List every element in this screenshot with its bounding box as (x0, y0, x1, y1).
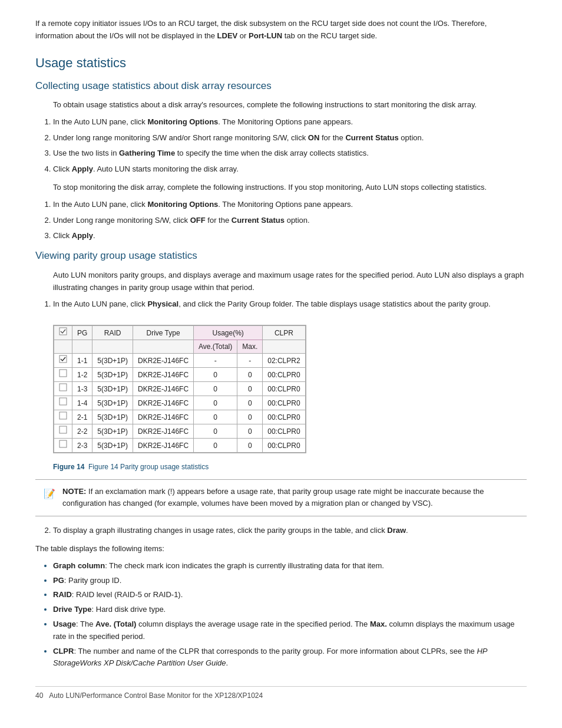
table-row: 2-2 5(3D+1P) DKR2E-J146FC 0 0 00:CLPR0 (54, 424, 306, 439)
bullet-usage: Usage: The Ave. (Total) column displays … (53, 618, 527, 643)
table-row: 1-4 5(3D+1P) DKR2E-J146FC 0 0 00:CLPR0 (54, 396, 306, 410)
row-1-2-max: 0 (237, 368, 263, 382)
col-header-usage-group: Usage(%) (194, 326, 263, 340)
row-2-1-clpr: 00:CLPR0 (263, 410, 305, 424)
row-2-2-ave: 0 (194, 424, 237, 439)
row-1-1-icon (54, 354, 72, 368)
step-start-1: In the Auto LUN pane, click Monitoring O… (53, 116, 527, 129)
step-start-2: Under long range monitoring S/W and/or S… (53, 132, 527, 144)
bullet-raid: RAID: RAID level (RAID-5 or RAID-1). (53, 589, 527, 601)
row-1-1-max: - (237, 354, 263, 368)
bullet-clpr: CLPR: The number and name of the CLPR th… (53, 645, 527, 670)
steps-start: In the Auto LUN pane, click Monitoring O… (35, 116, 527, 176)
row-2-3-icon (54, 439, 72, 453)
row-1-4-raid: 5(3D+1P) (92, 396, 133, 410)
bullet-list: Graph column: The check mark icon indica… (35, 560, 527, 670)
note-label: NOTE: (62, 487, 86, 496)
col-header-raid: RAID (92, 326, 133, 340)
step-stop-3: Click Apply. (53, 230, 527, 242)
col-subheader-max: Max. (237, 340, 263, 354)
row-1-2-drive: DKR2E-J146FC (133, 368, 194, 382)
svg-rect-7 (59, 440, 67, 447)
table-row: 1-2 5(3D+1P) DKR2E-J146FC 0 0 00:CLPR0 (54, 368, 306, 382)
bullet-pg: PG: Parity group ID. (53, 575, 527, 587)
section-title-usage: Usage statistics (35, 53, 527, 73)
step-stop-2: Under Long range monitoring S/W, click O… (53, 215, 527, 227)
table-row: 1-1 5(3D+1P) DKR2E-J146FC - - 02:CLPR2 (54, 354, 306, 368)
note-text: If an exclamation mark (!) appears befor… (62, 487, 484, 508)
footer-text: Auto LUN/Performance Control Base Monito… (49, 690, 263, 701)
parity-group-table-container: PG RAID Drive Type Usage(%) CLPR Ave.(To… (53, 325, 306, 453)
row-1-1-clpr: 02:CLPR2 (263, 354, 305, 368)
table-row: 1-3 5(3D+1P) DKR2E-J146FC 0 0 00:CLPR0 (54, 382, 306, 396)
row-2-2-drive: DKR2E-J146FC (133, 424, 194, 439)
row-1-2-raid: 5(3D+1P) (92, 368, 133, 382)
row-1-1-drive: DKR2E-J146FC (133, 354, 194, 368)
row-1-1-ave: - (194, 354, 237, 368)
parity-group-table: PG RAID Drive Type Usage(%) CLPR Ave.(To… (54, 325, 306, 453)
row-2-3-clpr: 00:CLPR0 (263, 439, 305, 453)
col-subheader-ave: Ave.(Total) (194, 340, 237, 354)
note-box: 📝 NOTE: If an exclamation mark (!) appea… (35, 479, 527, 517)
row-2-3-ave: 0 (194, 439, 237, 453)
viewing-steps: In the Auto LUN pane, click Physical, an… (35, 298, 527, 311)
figure-caption: Figure 14 Figure 14 Parity group usage s… (53, 462, 527, 472)
stop-intro: To stop monitoring the disk array, compl… (35, 182, 527, 194)
row-1-2-ave: 0 (194, 368, 237, 382)
page-footer: 40 Auto LUN/Performance Control Base Mon… (35, 686, 527, 701)
svg-rect-4 (59, 398, 67, 405)
col-header-drive: Drive Type (133, 326, 194, 340)
row-1-3-icon (54, 382, 72, 396)
row-2-2-pg: 2-2 (72, 424, 92, 439)
row-1-4-clpr: 00:CLPR0 (263, 396, 305, 410)
subsection-title-viewing: Viewing parity group usage statistics (35, 248, 527, 263)
table-row: 2-3 5(3D+1P) DKR2E-J146FC 0 0 00:CLPR0 (54, 439, 306, 453)
row-2-1-drive: DKR2E-J146FC (133, 410, 194, 424)
bullet-drive-type: Drive Type: Hard disk drive type. (53, 604, 527, 616)
viewing-step-2: To display a graph illustrating changes … (53, 525, 527, 537)
row-2-1-max: 0 (237, 410, 263, 424)
col-subheader-pg (72, 340, 92, 354)
row-2-3-max: 0 (237, 439, 263, 453)
svg-rect-6 (59, 426, 67, 433)
row-1-4-ave: 0 (194, 396, 237, 410)
svg-rect-2 (59, 370, 67, 377)
row-2-1-raid: 5(3D+1P) (92, 410, 133, 424)
figure-label: Figure 14 (53, 463, 84, 471)
subsection-title-collecting: Collecting usage statistics about disk a… (35, 78, 527, 94)
row-2-1-ave: 0 (194, 410, 237, 424)
step-start-3: Use the two lists in Gathering Time to s… (53, 147, 527, 160)
svg-rect-1 (59, 355, 67, 363)
row-2-1-icon (54, 410, 72, 424)
row-2-3-raid: 5(3D+1P) (92, 439, 133, 453)
col-subheader-clpr (263, 340, 305, 354)
row-1-3-max: 0 (237, 382, 263, 396)
col-subheader-drive (133, 340, 194, 354)
row-2-2-raid: 5(3D+1P) (92, 424, 133, 439)
row-2-2-icon (54, 424, 72, 439)
row-1-3-ave: 0 (194, 382, 237, 396)
bullet-graph: Graph column: The check mark icon indica… (53, 560, 527, 572)
table-row: 2-1 5(3D+1P) DKR2E-J146FC 0 0 00:CLPR0 (54, 410, 306, 424)
row-1-4-max: 0 (237, 396, 263, 410)
row-1-1-pg: 1-1 (72, 354, 92, 368)
col-header-icon (54, 326, 72, 340)
svg-rect-5 (59, 412, 67, 419)
col-header-clpr: CLPR (263, 326, 305, 340)
collecting-intro: To obtain usage statistics about a disk … (35, 99, 527, 111)
table-items-intro: The table displays the following items: (35, 543, 527, 555)
row-1-2-clpr: 00:CLPR0 (263, 368, 305, 382)
row-2-3-pg: 2-3 (72, 439, 92, 453)
row-2-1-pg: 2-1 (72, 410, 92, 424)
steps-stop: In the Auto LUN pane, click Monitoring O… (35, 199, 527, 242)
svg-rect-3 (59, 384, 67, 391)
note-content: NOTE: If an exclamation mark (!) appears… (62, 486, 518, 510)
row-1-3-pg: 1-3 (72, 382, 92, 396)
row-1-2-icon (54, 368, 72, 382)
row-2-2-max: 0 (237, 424, 263, 439)
row-2-2-clpr: 00:CLPR0 (263, 424, 305, 439)
row-1-4-drive: DKR2E-J146FC (133, 396, 194, 410)
intro-paragraph: If a remote copy initiator issues I/Os t… (35, 18, 527, 42)
footer-page-number: 40 (35, 690, 43, 701)
viewing-step-2-list: To display a graph illustrating changes … (35, 525, 527, 537)
